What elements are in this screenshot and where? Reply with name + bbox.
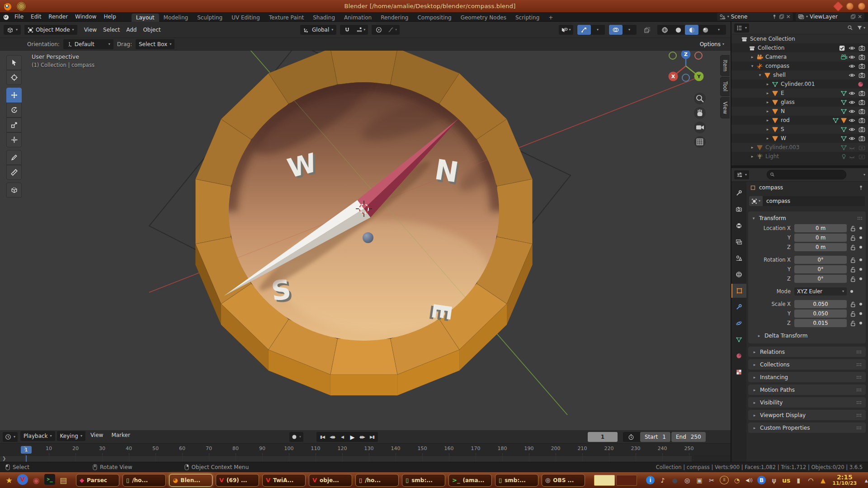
taskbar-window-smb[interactable]: ▯smb:... bbox=[402, 474, 445, 487]
camera-toggle[interactable] bbox=[859, 54, 865, 61]
disclosure-right-icon[interactable]: ▸ bbox=[750, 145, 755, 150]
viewlayer-selector[interactable]: ▾ ViewLayer ✕ bbox=[796, 13, 864, 21]
workspace-tab-shading[interactable]: Shading bbox=[308, 14, 340, 22]
eye-toggle[interactable] bbox=[849, 108, 855, 115]
sidebar-tab-item[interactable]: Item bbox=[720, 55, 730, 76]
value-field[interactable]: 0 m bbox=[794, 224, 847, 232]
mode-selector[interactable]: Object Mode ▾ bbox=[24, 25, 77, 35]
eye-closed-toggle[interactable] bbox=[849, 153, 855, 160]
current-frame-field[interactable]: 1 bbox=[588, 432, 618, 442]
remove-viewlayer-icon[interactable]: ✕ bbox=[858, 14, 862, 20]
media-player-launcher-icon[interactable]: ◉ bbox=[30, 474, 42, 487]
workspace-tab-texture-paint[interactable]: Texture Paint bbox=[264, 14, 308, 22]
outliner-row-camera[interactable]: ▸Camera bbox=[731, 52, 868, 61]
app-tray-icon[interactable]: ● bbox=[671, 476, 679, 485]
taskbar-window-obje[interactable]: Vobje... bbox=[309, 474, 352, 487]
animate-dot[interactable] bbox=[859, 277, 862, 280]
value-field[interactable]: 0° bbox=[794, 265, 847, 273]
pin-id-icon[interactable] bbox=[858, 185, 864, 191]
updates-tray-icon[interactable]: ▲ bbox=[819, 476, 827, 485]
menu-render[interactable]: Render bbox=[45, 13, 71, 20]
timeline-ruler[interactable]: 1 11020304050607080901001101201301401501… bbox=[0, 444, 731, 455]
taskbar-window-twia[interactable]: VTwiA... bbox=[262, 474, 306, 487]
value-field[interactable]: 0 m bbox=[794, 243, 847, 251]
workspace-tab-modeling[interactable]: Modeling bbox=[159, 14, 193, 22]
select-box-tool[interactable] bbox=[6, 55, 22, 70]
value-field[interactable]: 0° bbox=[794, 275, 847, 283]
file-manager-launcher-icon[interactable]: ▤ bbox=[57, 474, 70, 487]
camera-toggle[interactable] bbox=[859, 117, 865, 124]
workspace-tab-animation[interactable]: Animation bbox=[340, 14, 376, 22]
camera-off-toggle[interactable] bbox=[859, 144, 865, 151]
eye-toggle[interactable] bbox=[849, 126, 855, 133]
section-motion-paths[interactable]: ▸Motion Paths bbox=[748, 385, 866, 395]
section-instancing[interactable]: ▸Instancing bbox=[748, 372, 866, 382]
eye-toggle[interactable] bbox=[849, 54, 855, 61]
outliner-row-collection[interactable]: Collection bbox=[731, 43, 868, 52]
drag-setting-dropdown[interactable]: Select Box ▾ bbox=[136, 39, 175, 49]
workspace-tab-rendering[interactable]: Rendering bbox=[376, 14, 413, 22]
workspace-1[interactable] bbox=[594, 475, 615, 486]
outliner-row-glass[interactable]: ▸glass bbox=[731, 98, 868, 107]
outliner-row-scene-collection[interactable]: Scene Collection bbox=[731, 34, 868, 43]
properties-tab-physics[interactable] bbox=[731, 316, 746, 330]
jump-to-end-button[interactable]: ▶▮ bbox=[367, 432, 377, 442]
outliner-item-label[interactable]: Collection bbox=[758, 45, 837, 51]
timeline-menu-keying[interactable]: Keying▾ bbox=[57, 431, 85, 441]
lock-icon[interactable] bbox=[849, 225, 856, 231]
sidebar-tab-view[interactable]: View bbox=[720, 97, 730, 118]
mode-select[interactable]: XYZ Euler▾ bbox=[794, 287, 847, 296]
snap-settings[interactable]: ▾ bbox=[354, 25, 368, 35]
properties-tab-render[interactable] bbox=[731, 202, 746, 216]
window-menu-button[interactable] bbox=[833, 1, 844, 11]
taskbar-window-69[interactable]: V(69) ... bbox=[216, 474, 259, 487]
animate-dot[interactable] bbox=[859, 312, 862, 315]
measure-tool[interactable] bbox=[6, 165, 22, 180]
menu-window[interactable]: Window bbox=[71, 13, 100, 20]
gizmo-settings[interactable]: ▾ bbox=[591, 25, 604, 35]
animate-dot[interactable] bbox=[850, 290, 853, 293]
menu-help[interactable]: Help bbox=[100, 13, 119, 20]
outliner-editor-type[interactable]: ▾ bbox=[734, 23, 749, 33]
properties-tab-object-data[interactable] bbox=[731, 333, 746, 347]
music-tray-icon[interactable]: ♪ bbox=[659, 476, 667, 485]
eye-toggle[interactable] bbox=[849, 99, 855, 106]
volume-tray-icon[interactable]: ◀)) bbox=[745, 476, 753, 485]
workspace-tab-uv-editing[interactable]: UV Editing bbox=[227, 14, 264, 22]
disclosure-down-icon[interactable]: ▾ bbox=[757, 73, 763, 77]
taskbar-window-ho[interactable]: ▯/ho... bbox=[123, 474, 166, 487]
timeline-menu-marker[interactable]: Marker bbox=[108, 431, 133, 443]
properties-tab-view-layer[interactable] bbox=[731, 235, 746, 249]
next-keyframe-button[interactable]: ◆▶ bbox=[357, 432, 367, 442]
animate-dot[interactable] bbox=[859, 268, 862, 271]
previous-keyframe-button[interactable]: ◀◆ bbox=[327, 432, 337, 442]
notifier-tray-icon[interactable]: ▴ bbox=[862, 476, 868, 485]
disclosure-right-icon[interactable]: ▸ bbox=[765, 91, 770, 95]
outliner-row-s[interactable]: ▸S bbox=[731, 125, 868, 134]
breadcrumb-object-name[interactable]: compass bbox=[759, 184, 783, 191]
workspace-tab-scripting[interactable]: Scripting bbox=[511, 14, 544, 22]
section-relations[interactable]: ▸Relations bbox=[748, 347, 866, 357]
viewport-menu-add[interactable]: Add bbox=[123, 26, 140, 34]
section-custom-properties[interactable]: ▸Custom Properties bbox=[748, 422, 866, 433]
pause-tray-icon[interactable]: II bbox=[720, 476, 729, 484]
blender-menu-icon[interactable] bbox=[2, 13, 10, 21]
lock-icon[interactable] bbox=[849, 320, 856, 326]
transform-tool[interactable] bbox=[6, 132, 22, 147]
outliner-filter-icon[interactable]: ▾ bbox=[857, 25, 865, 31]
scale-tool[interactable] bbox=[6, 117, 22, 132]
panel-grip[interactable] bbox=[856, 426, 862, 430]
outliner-item-label[interactable]: Scene Collection bbox=[750, 36, 864, 42]
disclosure-right-icon[interactable]: ▸ bbox=[765, 127, 770, 131]
animate-dot[interactable] bbox=[859, 246, 862, 249]
animate-dot[interactable] bbox=[859, 236, 862, 239]
viewport-menu-object[interactable]: Object bbox=[140, 26, 164, 34]
sidebar-tab-tool[interactable]: Tool bbox=[720, 77, 730, 96]
outliner-search-icon[interactable] bbox=[847, 25, 853, 31]
properties-tab-tool[interactable] bbox=[731, 186, 746, 200]
outliner-item-label[interactable]: Cylinder.003 bbox=[765, 144, 839, 150]
animate-dot[interactable] bbox=[859, 322, 862, 324]
scene-selector[interactable]: ▾ Scene ✕ bbox=[717, 13, 793, 21]
menu-file[interactable]: File bbox=[11, 13, 27, 20]
eye-closed-toggle[interactable] bbox=[849, 144, 855, 151]
